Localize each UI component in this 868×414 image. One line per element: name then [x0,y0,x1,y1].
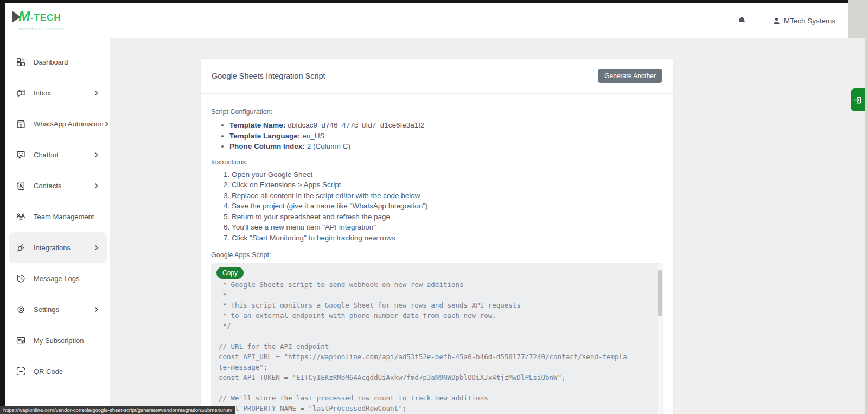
plug-icon [16,243,25,252]
code-content: * Google Sheets script to send webhook o… [211,263,663,414]
user-name: MTech Systems [784,17,835,25]
user-icon [773,17,781,25]
instruction-step: Open your Google Sheet [232,169,663,180]
chevron-right-icon [93,307,99,313]
sidebar-item-settings[interactable]: Settings [9,294,107,325]
sidebar-item-contacts[interactable]: Contacts [9,170,107,201]
instruction-step: Replace all content in the script editor… [232,190,663,201]
instructions-list: Open your Google Sheet Click on Extensio… [211,169,663,244]
chatbot-icon [16,150,25,160]
config-list: Template Name:dbfdcac9_d746_477c_8fd7_d1… [211,120,663,152]
sidebar: M-TECH systems IT services Dashboard Inb… [5,3,110,414]
sidebar-item-inbox[interactable]: Inbox [9,78,107,109]
logo-wordmark: M-TECH [18,9,65,25]
chevron-right-icon [93,152,99,158]
main-content: Google Sheets Integration Script Generat… [110,38,865,414]
code-block: Copy * Google Sheets script to send webh… [211,263,663,414]
sidebar-item-label: Dashboard [34,58,68,66]
sidebar-item-integrations[interactable]: Integrations [9,232,107,263]
status-bar-url: https://wapionline.com/vendor-console/go… [0,406,235,414]
sidebar-item-my-subscription[interactable]: My Subscription [9,325,107,356]
code-scrollbar[interactable] [658,264,662,414]
sidebar-item-whatsapp-automation[interactable]: WhatsApp Automation [9,109,107,139]
desktop-corner [848,0,868,38]
contacts-book-icon [16,181,25,190]
sidebar-item-qr-code[interactable]: QR Code [9,356,107,387]
sidebar-item-team-management[interactable]: Team Management [9,201,107,232]
desktop-edge [865,0,868,414]
script-configuration-label: Script Configuration: [211,108,663,116]
user-menu[interactable]: MTech Systems [773,17,835,25]
config-item-template-name: Template Name:dbfdcac9_d746_477c_8fd7_d1… [229,120,663,131]
generate-another-button[interactable]: Generate Another [598,69,662,83]
sidebar-item-label: Message Logs [34,275,80,283]
window-frame-top [0,0,868,3]
sidebar-item-label: My Subscription [34,336,84,345]
chevron-right-icon [93,183,99,189]
sidebar-nav: Dashboard Inbox WhatsApp Automation Chat… [5,42,110,387]
sidebar-item-dashboard[interactable]: Dashboard [9,47,107,78]
team-icon [16,212,25,221]
instructions-label: Instructions: [211,158,663,166]
instruction-step: Return to your spreadsheet and refresh t… [232,212,663,222]
quick-login-tab[interactable] [851,88,865,111]
google-apps-script-label: Google Apps Script: [211,251,663,259]
integration-script-card: Google Sheets Integration Script Generat… [201,59,673,414]
instruction-step: Click on Extensions > Apps Script [232,180,663,190]
gear-icon [16,305,25,314]
sidebar-item-label: Inbox [34,89,51,97]
sidebar-item-label: Team Management [34,213,94,221]
page-title: Google Sheets Integration Script [212,72,326,80]
sidebar-item-chatbot[interactable]: Chatbot [9,139,107,170]
sidebar-item-label: Settings [34,305,59,314]
config-item-phone-column-index: Phone Column Index:2 (Column C) [229,141,663,152]
instruction-step: You'll see a new menu item "API Integrat… [232,222,663,233]
brand-logo[interactable]: M-TECH systems IT services [5,3,110,42]
instruction-step: Click "Start Monitoring" to begin tracki… [232,233,663,244]
chevron-right-icon [93,90,99,96]
instruction-step: Save the project (give it a name like "W… [232,201,663,212]
logo-tagline: systems IT services [18,26,65,31]
top-header: MTech Systems [110,3,865,38]
box-arrow-in-right-icon [853,95,863,105]
inbox-icon [16,88,25,98]
notifications-bell-icon[interactable] [737,16,746,26]
qr-scan-icon [16,367,25,376]
chevron-right-icon [93,245,99,251]
sidebar-item-label: Chatbot [34,151,59,159]
chevron-right-icon [104,121,110,127]
window-frame-left [0,0,5,414]
sidebar-item-message-logs[interactable]: Message Logs [9,263,107,294]
storefront-icon [16,119,25,129]
code-scrollbar-thumb[interactable] [658,270,662,316]
copy-button[interactable]: Copy [216,267,244,279]
sidebar-item-label: WhatsApp Automation [34,120,104,128]
clock-history-icon [16,274,25,283]
config-item-template-language: Template Language:en_US [229,131,663,142]
sidebar-item-label: Integrations [34,244,71,252]
dashboard-icon [16,58,25,67]
subscription-card-icon [16,336,25,345]
sidebar-item-label: QR Code [34,367,63,375]
sidebar-item-label: Contacts [34,182,61,190]
